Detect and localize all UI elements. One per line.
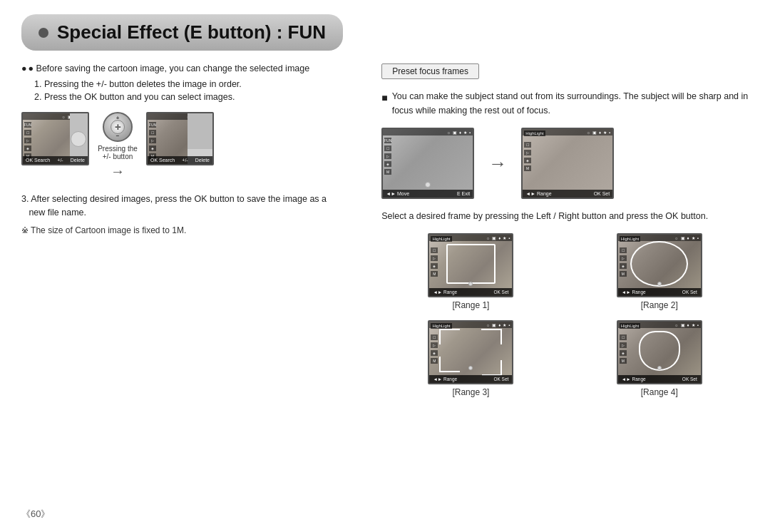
- left-column: ● ● Before saving the cartoon image, you…: [21, 63, 360, 397]
- button-icon-wrapper: ✛ + − Pressing the +/- button →: [96, 112, 139, 180]
- bullet-icon: ●: [21, 63, 27, 73]
- r3-highlight: HighLight: [431, 323, 451, 329]
- camera-screen-after: ☼▣♦★▪ FUN ☐ ▷ ◈ M OK Search+: [146, 112, 214, 165]
- preset-focus-label: Preset focus frames: [381, 63, 479, 79]
- highlight-label: HighLight: [524, 131, 545, 136]
- images-row: ☼▣♦★▪ FUN ☐ ▷ ◈ M: [21, 112, 360, 180]
- r3-left: ☐ ▷ ◈ M: [431, 334, 438, 364]
- page-number: 《60》: [21, 508, 50, 521]
- page-title: Special Effect (E button) : FUN: [57, 21, 326, 44]
- r2-left: ☐ ▷ ◈ M: [620, 247, 627, 277]
- page: Special Effect (E button) : FUN ● ● Befo…: [0, 0, 770, 532]
- right-description: ■ You can make the subject stand out fro…: [381, 89, 749, 118]
- range-cam-4: ☼▣♦★▪ HighLight ☐ ▷ ◈ M ◄► RangeOK Set: [617, 320, 702, 384]
- button-label: Pressing the +/- button: [98, 145, 138, 160]
- cam-bottom-bar-1: OK Search+/-Delete: [23, 156, 88, 164]
- bullet-intro-text: ● Before saving the cartoon image, you c…: [29, 63, 310, 73]
- plus-minus-button-icon: ✛ + −: [103, 112, 133, 142]
- range-grid: ☼▣♦★▪ HighLight ☐ ▷ ◈ M ◄► RangeOK Set: [381, 233, 749, 397]
- right-column: Preset focus frames ■ You can make the s…: [381, 63, 749, 397]
- select-instruction: Select a desired frame by pressing the L…: [381, 209, 749, 223]
- cam-large-highlight: ☼▣♦★▪ HighLight ☐ ▷ ◈ M ◄► RangeOK Set: [521, 128, 614, 199]
- title-bar: Special Effect (E button) : FUN: [21, 14, 343, 51]
- range-item-1: ☼▣♦★▪ HighLight ☐ ▷ ◈ M ◄► RangeOK Set: [381, 233, 560, 310]
- step-3-text: 3. After selecting desired images, press…: [21, 193, 360, 220]
- desc-text: You can make the subject stand out from …: [392, 89, 749, 118]
- range-item-3: ☼▣♦★▪ HighLight ☐ ▷ ◈ M: [381, 320, 560, 397]
- square-bullet-icon: ■: [381, 90, 387, 118]
- r1-bottom: ◄► RangeOK Set: [429, 288, 512, 296]
- r1-highlight: HighLight: [431, 236, 451, 242]
- cam-fun-left: FUN ☐ ▷ ◈ M: [384, 138, 391, 175]
- cam-bottom-bar-2: OK Search+/-Delete: [148, 156, 212, 164]
- step-1: 1. Pressing the +/- button deletes the i…: [31, 79, 360, 89]
- focus-frame-oval: [630, 241, 688, 287]
- range-cam-1: ☼▣♦★▪ HighLight ☐ ▷ ◈ M ◄► RangeOK Set: [428, 233, 513, 297]
- large-cam-row: ☼▣♦★▪ FUN ☐ ▷ ◈ M ◄► MoveE Exit →: [381, 128, 749, 199]
- r2-bottom: ◄► RangeOK Set: [618, 288, 701, 296]
- range-1-label: [Range 1]: [452, 300, 489, 310]
- r2-highlight: HighLight: [620, 236, 640, 242]
- range-item-2: ☼▣♦★▪ HighLight ☐ ▷ ◈ M ◄► RangeOK Set: [570, 233, 749, 310]
- note-text: ※ The size of Cartoon image is fixed to …: [21, 225, 360, 235]
- range-2-label: [Range 2]: [641, 300, 678, 310]
- range-item-4: ☼▣♦★▪ HighLight ☐ ▷ ◈ M ◄► RangeOK Set: [570, 320, 749, 397]
- r4-left: ☐ ▷ ◈ M: [620, 334, 627, 364]
- r3-bottom: ◄► RangeOK Set: [429, 375, 512, 383]
- main-content: ● ● Before saving the cartoon image, you…: [21, 63, 749, 397]
- r1-left: ☐ ▷ ◈ M: [431, 247, 438, 277]
- r4-highlight: HighLight: [620, 323, 640, 329]
- cam-hl-left: ☐ ▷ ◈ M: [524, 142, 531, 171]
- cam-large-fun: ☼▣♦★▪ FUN ☐ ▷ ◈ M ◄► MoveE Exit: [381, 128, 474, 199]
- range-4-label: [Range 4]: [641, 387, 678, 397]
- step-2: 2. Press the OK button and you can selec…: [31, 92, 360, 102]
- range-cam-2: ☼▣♦★▪ HighLight ☐ ▷ ◈ M ◄► RangeOK Set: [617, 233, 702, 297]
- cam-left-icons-1: FUN ☐ ▷ ◈ M: [24, 122, 31, 159]
- range-3-label: [Range 3]: [452, 387, 489, 397]
- bullet-intro: ● ● Before saving the cartoon image, you…: [21, 63, 360, 73]
- title-dot-icon: [38, 28, 48, 38]
- cam-left-icons-2: FUN ☐ ▷ ◈ M: [149, 122, 156, 159]
- range-cam-3: ☼▣♦★▪ HighLight ☐ ▷ ◈ M: [428, 320, 513, 384]
- cam-hl-bottom: ◄► RangeOK Set: [523, 190, 612, 198]
- cam-fun-bottom: ◄► MoveE Exit: [383, 190, 473, 198]
- button-center: ✛: [111, 120, 125, 134]
- steps-list: 1. Pressing the +/- button deletes the i…: [21, 79, 360, 102]
- arrow-icon: →: [111, 163, 125, 180]
- focus-frame-rect: [446, 244, 496, 284]
- camera-screen-before: ☼▣♦★▪ FUN ☐ ▷ ◈ M: [21, 112, 89, 165]
- large-arrow-icon: →: [488, 153, 507, 175]
- cam-fun-top: ☼▣♦★▪: [383, 129, 473, 135]
- r4-bottom: ◄► RangeOK Set: [618, 375, 701, 383]
